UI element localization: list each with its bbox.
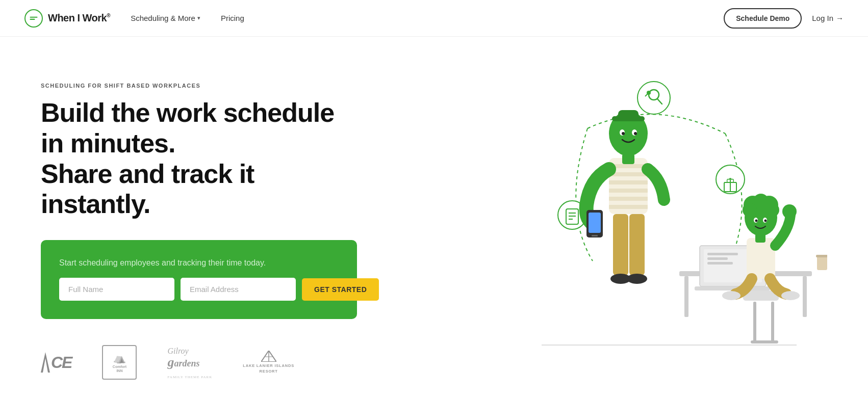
hero-illustration (511, 67, 827, 363)
svg-point-61 (743, 203, 757, 217)
svg-rect-55 (707, 257, 728, 260)
svg-rect-47 (753, 302, 756, 342)
nav-pricing[interactable]: Pricing (221, 14, 244, 22)
cta-box: Start scheduling employees and tracking … (41, 240, 357, 319)
svg-rect-49 (751, 340, 778, 343)
svg-rect-71 (755, 233, 765, 243)
svg-rect-54 (707, 253, 738, 255)
svg-rect-0 (30, 16, 38, 17)
svg-rect-40 (629, 214, 645, 275)
lake-lanier-logo: LAKE LANIER ISLANDSRESORT (243, 351, 294, 375)
login-button[interactable]: Log In → (812, 14, 844, 22)
scheduling-label: Scheduling & More (131, 14, 195, 22)
hero-svg (511, 67, 827, 363)
chevron-down-icon: ▾ (197, 15, 200, 21)
svg-rect-45 (684, 276, 688, 317)
svg-rect-72 (817, 256, 827, 270)
hero-eyebrow: SCHEDULING FOR SHIFT BASED WORKPLACES (41, 83, 357, 89)
cta-subtitle: Start scheduling employees and tracking … (59, 258, 339, 268)
svg-rect-35 (609, 205, 648, 209)
svg-rect-56 (707, 262, 733, 264)
gilroy-gardens-logo: Gilroy gardens FAMILY THEME PARK (167, 345, 212, 380)
cta-form: GET STARTED (59, 278, 339, 301)
logo[interactable]: When I Work® (24, 9, 110, 28)
svg-rect-43 (622, 154, 634, 164)
ace-logo: CE (41, 352, 71, 373)
svg-rect-1 (30, 18, 35, 19)
get-started-button[interactable]: GET STARTED (302, 278, 379, 301)
email-input[interactable] (181, 278, 296, 301)
login-label: Log In (812, 14, 833, 22)
nav-scheduling[interactable]: Scheduling & More ▾ (131, 14, 200, 22)
svg-rect-33 (609, 189, 648, 193)
logo-icon (24, 9, 43, 28)
svg-rect-39 (613, 214, 628, 275)
comfort-inn-logo: ⛺ ComfortINN (102, 345, 137, 380)
svg-point-66 (764, 220, 767, 222)
svg-point-62 (765, 203, 779, 217)
svg-point-42 (627, 274, 647, 284)
schedule-demo-button[interactable]: Schedule Demo (724, 8, 802, 29)
logo-text: When I Work® (48, 12, 110, 24)
svg-point-65 (755, 220, 758, 222)
hero-headline: Build the work schedule in minutes. Shar… (41, 98, 357, 220)
navbar: When I Work® Scheduling & More ▾ Pricing… (0, 0, 868, 37)
svg-point-70 (781, 291, 800, 300)
svg-point-25 (622, 132, 625, 135)
svg-rect-34 (609, 197, 648, 201)
svg-point-68 (782, 204, 797, 219)
svg-rect-48 (771, 302, 774, 342)
svg-rect-46 (803, 276, 807, 317)
headline-line1: Build the work schedule in minutes. (41, 98, 334, 158)
nav-right: Schedule Demo Log In → (724, 8, 844, 29)
hero-left: SCHEDULING FOR SHIFT BASED WORKPLACES Bu… (41, 67, 357, 380)
arrow-right-icon: → (836, 14, 844, 22)
svg-rect-73 (816, 255, 827, 257)
svg-rect-37 (589, 213, 601, 233)
fullname-input[interactable] (59, 278, 174, 301)
headline-line2: Share and track it instantly. (41, 159, 254, 219)
pricing-label: Pricing (221, 14, 244, 22)
svg-point-26 (634, 132, 637, 135)
svg-rect-38 (592, 235, 598, 236)
svg-rect-32 (609, 180, 648, 184)
svg-marker-2 (41, 352, 50, 373)
logo-bar: CE ⛺ ComfortINN Gilroy gardens FAMILY TH… (41, 345, 357, 380)
svg-point-6 (637, 82, 670, 114)
svg-point-69 (722, 291, 741, 300)
hero-section: SCHEDULING FOR SHIFT BASED WORKPLACES Bu… (0, 37, 868, 397)
nav-left: When I Work® Scheduling & More ▾ Pricing (24, 9, 244, 28)
svg-rect-28 (618, 110, 639, 120)
